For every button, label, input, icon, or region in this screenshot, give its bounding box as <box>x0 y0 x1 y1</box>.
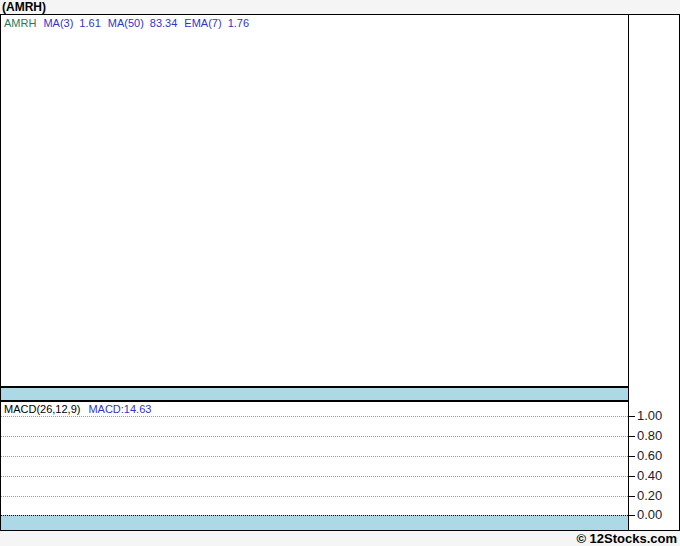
axis-tick-row: 1.00 <box>628 409 662 423</box>
bottom-band <box>1 515 628 530</box>
gridline-0.40 <box>1 476 628 477</box>
tick-mark-icon <box>628 476 635 477</box>
indicator-label: MA(50) <box>108 17 144 30</box>
indicator-value: 1.76 <box>228 17 249 30</box>
tick-mark-icon <box>628 416 635 417</box>
price-indicator-legend: AMRH MA(3) 1.61 MA(50) 83.34 EMA(7) 1.76 <box>4 17 249 30</box>
axis-tick-label: 1.00 <box>637 409 662 423</box>
axis-tick-label: 0.20 <box>637 489 662 503</box>
indicator-label: EMA(7) <box>184 17 221 30</box>
tick-mark-icon <box>628 515 635 516</box>
ticker-symbol: AMRH <box>4 17 36 30</box>
indicator-ma50: MA(50) 83.34 <box>108 17 178 30</box>
tick-mark-icon <box>628 496 635 497</box>
macd-value: MACD:14.63 <box>88 403 151 416</box>
stock-chart-page: (AMRH) AMRH MA(3) 1.61 MA(50) 83.34 EMA(… <box>0 0 680 546</box>
indicator-value: 1.61 <box>79 17 100 30</box>
gridline-0.80 <box>1 436 628 437</box>
macd-indicator-legend: MACD(26,12,9) MACD:14.63 <box>4 403 151 416</box>
copyright-link[interactable]: © 12Stocks.com <box>576 531 677 546</box>
gridline-0.20 <box>1 496 628 497</box>
macd-label: MACD(26,12,9) <box>4 403 80 416</box>
indicator-value: 83.34 <box>150 17 178 30</box>
axis-tick-row: 0.00 <box>628 508 662 522</box>
axis-tick-label: 0.80 <box>637 429 662 443</box>
page-title: (AMRH) <box>2 0 46 14</box>
axis-tick-row: 0.80 <box>628 429 662 443</box>
tick-mark-icon <box>628 436 635 437</box>
indicator-ema7: EMA(7) 1.76 <box>184 17 249 30</box>
panel-separator-band <box>1 386 628 402</box>
axis-tick-row: 0.20 <box>628 489 662 503</box>
axis-tick-label: 0.60 <box>637 449 662 463</box>
indicator-label: MA(3) <box>43 17 73 30</box>
gridline-0.60 <box>1 456 628 457</box>
gridline-1.00 <box>1 416 628 417</box>
indicator-ma3: MA(3) 1.61 <box>43 17 100 30</box>
axis-tick-row: 0.40 <box>628 469 662 483</box>
chart-frame: AMRH MA(3) 1.61 MA(50) 83.34 EMA(7) 1.76… <box>0 14 680 531</box>
axis-tick-row: 0.60 <box>628 449 662 463</box>
tick-mark-icon <box>628 456 635 457</box>
axis-tick-label: 0.00 <box>637 508 662 522</box>
axis-tick-label: 0.40 <box>637 469 662 483</box>
